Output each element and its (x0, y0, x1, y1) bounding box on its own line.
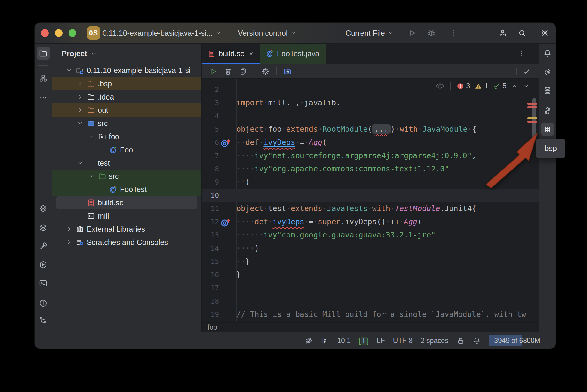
notifications-bell-icon[interactable] (473, 337, 481, 345)
memory-indicator[interactable]: 3949 of 6800M (489, 335, 546, 346)
chevron-right-icon[interactable] (66, 225, 75, 233)
code-line-3[interactable]: 3import·mill._,·javalib._ (202, 96, 539, 109)
minimize-window-button[interactable] (55, 29, 63, 37)
loaded-check-icon[interactable] (522, 67, 530, 75)
layers-1-tool-button[interactable] (37, 202, 50, 215)
settings-gear-button[interactable] (261, 67, 269, 75)
line-number[interactable]: 10 (202, 189, 219, 202)
project-widget[interactable]: 0.11.10-example-basicjava-1-si... (103, 23, 222, 44)
zoom-window-button[interactable] (69, 29, 76, 37)
chevron-down-icon[interactable] (77, 119, 86, 127)
tree-item-foo[interactable]: foo (52, 130, 201, 143)
code-line-17[interactable]: 17 (202, 281, 539, 295)
code-line-14[interactable]: 14····) (202, 242, 539, 255)
next-issue-button[interactable] (523, 82, 530, 90)
error-stripe[interactable] (527, 103, 537, 105)
override-gutter-icon[interactable] (220, 217, 230, 227)
more-actions-button[interactable] (449, 29, 458, 38)
run-button[interactable] (407, 29, 416, 38)
error-stripe[interactable] (527, 121, 537, 123)
line-number[interactable]: 16 (202, 268, 219, 281)
tree-item--bsp[interactable]: .bsp (52, 77, 201, 90)
notifications-tool-button[interactable] (541, 47, 554, 60)
close-tab-icon[interactable] (248, 51, 254, 57)
delete-button[interactable] (224, 67, 232, 75)
override-gutter-icon[interactable] (220, 138, 230, 147)
settings-button[interactable] (540, 29, 549, 38)
sync-folder-button[interactable] (284, 67, 292, 75)
line-number[interactable]: 8 (202, 162, 219, 176)
run-script-button[interactable] (209, 67, 217, 75)
tree-item-foo[interactable]: Foo (52, 143, 201, 156)
close-window-button[interactable] (41, 29, 49, 37)
chevron-down-icon[interactable] (88, 172, 97, 180)
tree-item-0-11-10-example-basicjava-1-si[interactable]: 0.11.10-example-basicjava-1-si (52, 64, 201, 77)
tree-item--idea[interactable]: .idea (52, 90, 201, 103)
project-panel-header[interactable]: Project (52, 44, 201, 64)
tab-options-icon[interactable] (517, 49, 526, 58)
tab-build-sc[interactable]: build.sc (202, 44, 260, 64)
bsp-status-icon[interactable] (321, 337, 329, 345)
services-tool-button[interactable] (37, 258, 50, 271)
python-packages-tool-button[interactable] (541, 104, 554, 117)
chevron-right-icon[interactable] (77, 80, 86, 87)
line-number[interactable]: 6 (202, 136, 219, 149)
line-number[interactable]: 12 (202, 215, 219, 228)
chevron-down-icon[interactable] (77, 159, 86, 167)
project-tool-button[interactable] (37, 47, 50, 60)
tree-item-src[interactable]: src (52, 170, 201, 183)
tab-footest-java[interactable]: FooTest.java (260, 44, 326, 64)
layers-2-tool-button[interactable] (37, 221, 50, 234)
code-editor[interactable]: 23import·mill._,·javalib._45object·foo·e… (202, 79, 539, 322)
line-ending-selector[interactable]: LF (377, 337, 385, 345)
tree-item-out[interactable]: out (52, 103, 201, 117)
code-line-13[interactable]: 13······ivy"com.google.guava:guava:33.2.… (202, 228, 539, 242)
copy-button[interactable] (239, 67, 247, 75)
breadcrumb-item-foo[interactable]: foo (207, 323, 217, 332)
run-config-widget[interactable]: Current File (346, 23, 394, 44)
error-stripe[interactable] (527, 106, 537, 108)
code-line-16[interactable]: 16} (202, 268, 539, 281)
window-controls[interactable] (41, 29, 76, 37)
tree-item-test[interactable]: test (52, 156, 201, 170)
vcs-widget[interactable]: Version control (238, 23, 297, 44)
chevron-down-icon[interactable] (88, 133, 97, 140)
terminal-tool-button[interactable] (37, 277, 50, 290)
debug-button[interactable] (427, 29, 436, 38)
prev-issue-button[interactable] (511, 82, 518, 90)
more-tool-windows-tool-button[interactable] (37, 91, 50, 104)
search-everywhere-button[interactable] (518, 29, 527, 38)
line-number[interactable]: 7 (202, 149, 219, 162)
problems-tool-button[interactable] (37, 296, 50, 310)
highlight-off-icon[interactable] (305, 337, 313, 345)
caret-position[interactable]: 10:1 (337, 337, 351, 345)
line-number[interactable]: 13 (202, 228, 219, 242)
chevron-right-icon[interactable] (66, 238, 75, 246)
line-number[interactable]: 5 (202, 123, 219, 136)
warning-stripe[interactable] (527, 117, 537, 119)
code-line-4[interactable]: 4 (202, 109, 539, 123)
structure-tool-button[interactable] (37, 72, 50, 85)
line-number[interactable]: 4 (202, 109, 219, 123)
tree-item-mill[interactable]: mill (52, 209, 201, 222)
tree-item-scratches-and-consoles[interactable]: Scratches and Consoles (52, 236, 201, 249)
inspection-widget[interactable]: 3 1 5 (435, 81, 530, 91)
build-tool-button[interactable] (37, 239, 50, 253)
breadcrumb[interactable]: foo (202, 322, 539, 332)
line-number[interactable]: 11 (202, 202, 219, 215)
line-number[interactable]: 17 (202, 281, 219, 295)
line-number[interactable]: 14 (202, 242, 219, 255)
todo-badge[interactable]: [T] (359, 337, 369, 345)
warning-count[interactable]: 1 (475, 82, 488, 90)
passed-count[interactable]: 5 (493, 82, 506, 90)
chevron-right-icon[interactable] (77, 106, 86, 114)
encoding-selector[interactable]: UTF-8 (393, 337, 413, 345)
lock-icon[interactable] (456, 337, 465, 345)
error-count[interactable]: 3 (456, 82, 470, 90)
code-line-10[interactable]: 10 (202, 189, 539, 202)
tree-item-src[interactable]: src (52, 117, 201, 130)
database-tool-button[interactable] (541, 84, 554, 97)
indent-selector[interactable]: 2 spaces (421, 337, 448, 345)
line-number[interactable]: 19 (202, 308, 219, 321)
code-line-19[interactable]: 19// This is a basic Mill build for a si… (202, 308, 539, 321)
